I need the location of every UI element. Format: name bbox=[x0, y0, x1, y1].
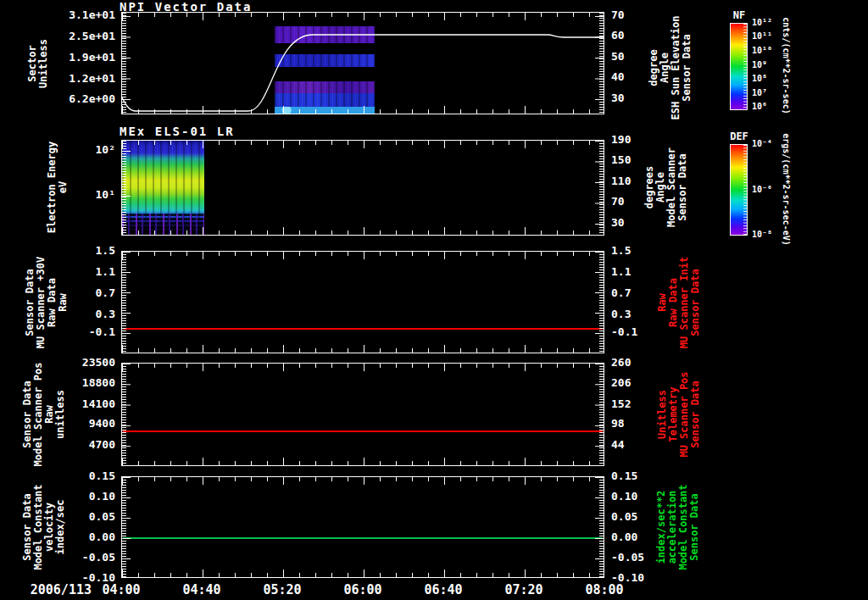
def-colorbar-name: DEF bbox=[723, 131, 755, 142]
p1-ytick-left: 3.1e+01 bbox=[0, 9, 115, 21]
panel3-red-data-line bbox=[123, 328, 603, 330]
panel3-ticks-bottom-major bbox=[122, 345, 604, 353]
x-tick-label: 04:00 bbox=[96, 582, 147, 597]
panel5-ticks-bottom-major bbox=[122, 569, 604, 577]
p5-left-axis-title: Sensor Data Model Constant velocity inde… bbox=[22, 455, 66, 599]
def-cbar-tick: 10⁻⁴ bbox=[752, 139, 772, 148]
panel5-ticks-left-minor bbox=[122, 477, 126, 577]
x-tick-label: 06:40 bbox=[418, 582, 469, 597]
panel5-ticks-top-minor bbox=[122, 477, 604, 481]
nf-cbar-tick: 10⁹ bbox=[752, 60, 767, 69]
panel4-ticks-right-major bbox=[595, 364, 604, 465]
panel4-ticks-bottom-major bbox=[122, 458, 604, 465]
p1-ytick-left: 1.9e+01 bbox=[0, 52, 115, 64]
panel3-ticks-bottom-minor bbox=[122, 348, 604, 353]
def-cbar-tick: 10⁻⁸ bbox=[752, 230, 772, 239]
panel5-ticks-bottom-minor bbox=[122, 573, 604, 577]
nf-colorbar-name: NF bbox=[726, 9, 752, 21]
p5-right-axis-title: Sensor Data Model Constant acceleration … bbox=[656, 453, 700, 600]
panel3-ticks-top-major bbox=[122, 252, 604, 259]
def-cbar-tick: 10⁻⁶ bbox=[752, 185, 772, 194]
nf-cbar-tick: 10⁷ bbox=[752, 88, 767, 97]
x-tick-label: 05:20 bbox=[257, 582, 308, 597]
panel5-ticks-left-major bbox=[122, 477, 131, 577]
panel5-ticks-right-major bbox=[595, 477, 604, 577]
panel4-red-data-line bbox=[123, 431, 603, 432]
nf-colorbar-ticks bbox=[743, 24, 747, 109]
panel4-ticks-bottom-minor bbox=[122, 461, 604, 465]
plot-screen: NPI Vector Data 3.1e+01 2.5e+01 1.9e+01 … bbox=[0, 0, 868, 600]
panel3-ticks-left-minor bbox=[122, 252, 126, 353]
panel2-ticks-right-minor bbox=[599, 141, 604, 235]
p1-left-axis-title: Sector Unitless bbox=[26, 0, 50, 127]
panel2-title: MEx ELS-01 LR bbox=[120, 125, 235, 138]
panel2-ticks-right-major bbox=[595, 141, 604, 235]
panel4-ticks-left-major bbox=[122, 364, 131, 465]
x-tick-label: 08:00 bbox=[579, 582, 630, 597]
panel4-ticks-top-major bbox=[122, 364, 604, 371]
nf-cbar-tick: 10¹¹ bbox=[752, 31, 772, 41]
panel2-els-spectrogram bbox=[121, 140, 604, 236]
nf-colorbar-unit: cnts/(cm**2-sr-sec) bbox=[782, 15, 791, 117]
p1-ytick-left: 6.2e+00 bbox=[0, 93, 115, 105]
panel4-ticks-top-minor bbox=[122, 364, 604, 368]
panel1-npi-spectrogram bbox=[121, 12, 604, 114]
panel5-ticks-right-minor bbox=[599, 477, 604, 577]
panel3-ticks-right-major bbox=[595, 252, 604, 353]
panel3-mu-scanner-30v bbox=[121, 251, 604, 353]
panel4-ticks-left-minor bbox=[122, 364, 126, 465]
p1-ytick-left: 2.5e+01 bbox=[0, 31, 115, 42]
panel5-green-data-line bbox=[123, 537, 603, 539]
def-colorbar-unit: ergs/(cm**2-sr-sec-eV) bbox=[782, 132, 791, 247]
panel3-ticks-left-major bbox=[122, 252, 131, 353]
nf-cbar-tick: 10¹⁰ bbox=[752, 46, 772, 55]
nf-cbar-tick: 10⁶ bbox=[752, 102, 767, 111]
x-axis-date-label: 2006/113 bbox=[17, 582, 92, 597]
els-spectrogram-data bbox=[122, 141, 204, 235]
nf-cbar-tick: 10¹² bbox=[752, 18, 772, 27]
nf-cbar-tick: 10⁸ bbox=[752, 74, 767, 83]
panel4-scanner-pos bbox=[121, 363, 604, 466]
nf-colorbar bbox=[730, 23, 748, 110]
def-colorbar bbox=[730, 144, 748, 236]
panel5-model-constant bbox=[121, 476, 604, 578]
x-tick-label: 06:00 bbox=[337, 582, 388, 597]
x-tick-label: 04:40 bbox=[176, 582, 227, 597]
x-tick-label: 07:20 bbox=[498, 582, 549, 597]
sun-elevation-curve bbox=[122, 13, 604, 114]
def-colorbar-ticks bbox=[743, 145, 747, 235]
panel4-ticks-right-minor bbox=[599, 364, 604, 465]
els-low-energy-noise-dots bbox=[122, 214, 204, 235]
p1-ytick-left: 1.2e+01 bbox=[0, 73, 115, 85]
panel5-ticks-top-major bbox=[122, 477, 604, 485]
panel3-ticks-top-minor bbox=[122, 252, 604, 256]
panel3-ticks-right-minor bbox=[599, 252, 604, 353]
